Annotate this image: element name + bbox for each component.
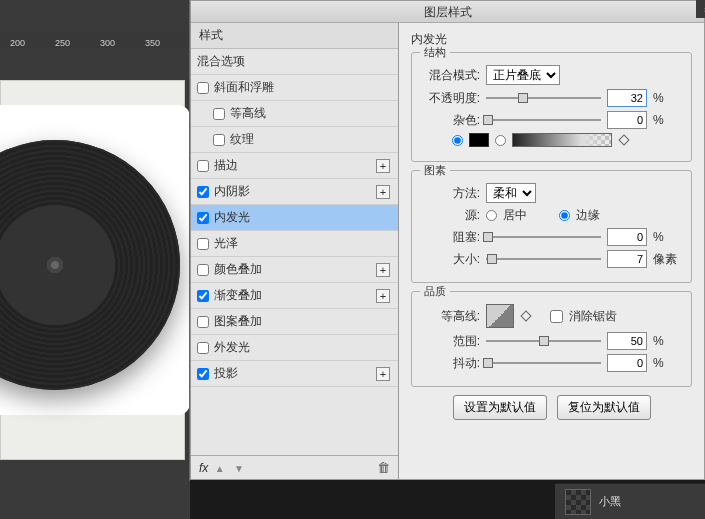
antialias-checkbox[interactable]: [550, 310, 563, 323]
noise-input[interactable]: [607, 111, 647, 129]
range-input[interactable]: [607, 332, 647, 350]
ruler-tick: 200: [10, 38, 25, 48]
contour-picker[interactable]: [486, 304, 514, 328]
pct-unit: %: [653, 356, 681, 370]
style-row[interactable]: 描边+: [191, 153, 398, 179]
source-edge-radio[interactable]: [559, 210, 570, 221]
structure-legend: 结构: [420, 45, 450, 60]
glow-color-swatch[interactable]: [469, 133, 489, 147]
ruler-tick: 350: [145, 38, 160, 48]
style-checkbox[interactable]: [197, 342, 209, 354]
style-label: 光泽: [214, 235, 238, 252]
canvas-background: 200 250 300 350: [0, 0, 190, 519]
style-label: 图案叠加: [214, 313, 262, 330]
blend-options-label: 混合选项: [197, 53, 245, 70]
style-checkbox[interactable]: [213, 134, 225, 146]
section-title: 内发光: [411, 31, 692, 48]
trash-icon[interactable]: 🗑: [377, 460, 390, 475]
expand-icon[interactable]: +: [376, 159, 390, 173]
style-row[interactable]: 外发光: [191, 335, 398, 361]
jitter-label: 抖动:: [422, 355, 480, 372]
style-checkbox[interactable]: [197, 212, 209, 224]
expand-icon[interactable]: +: [376, 185, 390, 199]
style-checkbox[interactable]: [197, 82, 209, 94]
style-row[interactable]: 光泽: [191, 231, 398, 257]
style-checkbox[interactable]: [197, 238, 209, 250]
range-slider[interactable]: [486, 334, 601, 348]
dropdown-icon[interactable]: [618, 134, 629, 145]
jitter-slider[interactable]: [486, 356, 601, 370]
styles-footer: fx ▲ ▼ 🗑: [191, 455, 398, 479]
jitter-input[interactable]: [607, 354, 647, 372]
antialias-label: 消除锯齿: [569, 308, 617, 325]
styles-header[interactable]: 样式: [191, 23, 398, 49]
dropdown-icon[interactable]: [520, 310, 531, 321]
default-buttons: 设置为默认值 复位为默认值: [411, 395, 692, 420]
style-row[interactable]: 内发光: [191, 205, 398, 231]
style-checkbox[interactable]: [213, 108, 225, 120]
size-slider[interactable]: [486, 252, 601, 266]
style-row[interactable]: 渐变叠加+: [191, 283, 398, 309]
style-label: 颜色叠加: [214, 261, 262, 278]
source-label: 源:: [422, 207, 480, 224]
style-label: 外发光: [214, 339, 250, 356]
contour-label: 等高线:: [422, 308, 480, 325]
move-up-icon[interactable]: ▲: [215, 463, 225, 474]
move-down-icon[interactable]: ▼: [234, 463, 244, 474]
method-select[interactable]: 柔和: [486, 183, 536, 203]
gradient-radio[interactable]: [495, 135, 506, 146]
reset-default-button[interactable]: 复位为默认值: [557, 395, 651, 420]
choke-slider[interactable]: [486, 230, 601, 244]
expand-icon[interactable]: +: [376, 263, 390, 277]
make-default-button[interactable]: 设置为默认值: [453, 395, 547, 420]
style-row[interactable]: 内阴影+: [191, 179, 398, 205]
opacity-slider[interactable]: [486, 91, 601, 105]
style-row[interactable]: 斜面和浮雕: [191, 75, 398, 101]
fx-menu[interactable]: fx: [199, 461, 208, 475]
source-center-label: 居中: [503, 207, 527, 224]
style-row[interactable]: 投影+: [191, 361, 398, 387]
method-label: 方法:: [422, 185, 480, 202]
style-checkbox[interactable]: [197, 368, 209, 380]
elements-group: 图素 方法: 柔和 源: 居中 边缘 阻塞: %: [411, 170, 692, 283]
expand-icon[interactable]: +: [376, 289, 390, 303]
settings-panel: 内发光 结构 混合模式: 正片叠底 不透明度: % 杂色: %: [399, 23, 704, 479]
expand-icon[interactable]: +: [376, 367, 390, 381]
px-unit: 像素: [653, 251, 681, 268]
color-radio[interactable]: [452, 135, 463, 146]
choke-label: 阻塞:: [422, 229, 480, 246]
style-checkbox[interactable]: [197, 186, 209, 198]
blend-options-row[interactable]: 混合选项: [191, 49, 398, 75]
opacity-label: 不透明度:: [422, 90, 480, 107]
noise-slider[interactable]: [486, 113, 601, 127]
layer-thumbnail: [565, 489, 591, 515]
style-row[interactable]: 等高线: [191, 101, 398, 127]
source-edge-label: 边缘: [576, 207, 600, 224]
style-row[interactable]: 图案叠加: [191, 309, 398, 335]
blend-mode-select[interactable]: 正片叠底: [486, 65, 560, 85]
style-checkbox[interactable]: [197, 290, 209, 302]
layers-panel-row[interactable]: 小黑: [555, 483, 705, 519]
pct-unit: %: [653, 334, 681, 348]
ruler-tick: 250: [55, 38, 70, 48]
structure-group: 结构 混合模式: 正片叠底 不透明度: % 杂色: %: [411, 52, 692, 162]
style-checkbox[interactable]: [197, 264, 209, 276]
source-center-radio[interactable]: [486, 210, 497, 221]
style-row[interactable]: 纹理: [191, 127, 398, 153]
quality-legend: 品质: [420, 284, 450, 299]
style-label: 投影: [214, 365, 238, 382]
noise-label: 杂色:: [422, 112, 480, 129]
choke-input[interactable]: [607, 228, 647, 246]
size-input[interactable]: [607, 250, 647, 268]
opacity-input[interactable]: [607, 89, 647, 107]
gradient-picker[interactable]: [512, 133, 612, 147]
style-checkbox[interactable]: [197, 316, 209, 328]
style-label: 内阴影: [214, 183, 250, 200]
quality-group: 品质 等高线: 消除锯齿 范围: % 抖动:: [411, 291, 692, 387]
style-label: 纹理: [230, 131, 254, 148]
styles-list: 斜面和浮雕等高线纹理描边+内阴影+内发光光泽颜色叠加+渐变叠加+图案叠加外发光投…: [191, 75, 398, 455]
panel-tab-basic[interactable]: 基本: [696, 0, 705, 18]
style-label: 等高线: [230, 105, 266, 122]
style-checkbox[interactable]: [197, 160, 209, 172]
style-row[interactable]: 颜色叠加+: [191, 257, 398, 283]
